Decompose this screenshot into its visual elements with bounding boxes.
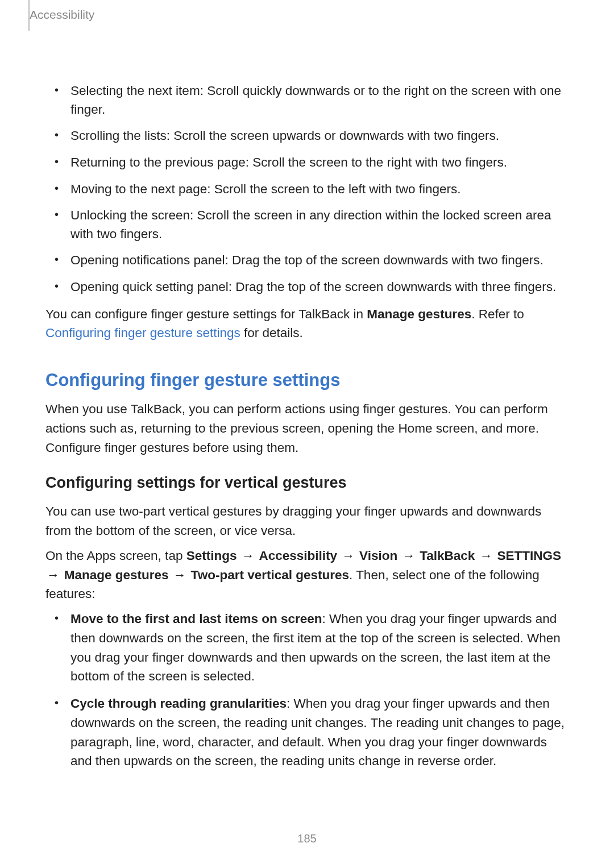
list-item: Returning to the previous page: Scroll t… <box>45 153 569 172</box>
text: . Refer to <box>471 307 524 321</box>
path-step: TalkBack <box>420 549 475 563</box>
section-description: When you use TalkBack, you can perform a… <box>45 400 569 457</box>
arrow-icon: → <box>172 568 188 582</box>
arrow-icon: → <box>479 549 494 563</box>
path-step: Settings <box>186 549 237 563</box>
arrow-icon: → <box>240 549 256 563</box>
list-item: Opening notifications panel: Drag the to… <box>45 251 569 270</box>
section-heading: Configuring finger gesture settings <box>45 370 569 391</box>
list-item: Scrolling the lists: Scroll the screen u… <box>45 127 569 146</box>
subsection-para: You can use two-part vertical gestures b… <box>45 502 569 541</box>
feature-term: Cycle through reading granularities <box>70 696 287 711</box>
text: On the Apps screen, tap <box>45 549 186 563</box>
list-item: Opening quick setting panel: Drag the to… <box>45 278 569 297</box>
feature-term: Move to the first and last items on scre… <box>70 612 322 626</box>
subsection-heading: Configuring settings for vertical gestur… <box>45 474 569 492</box>
navigation-path: On the Apps screen, tap Settings → Acces… <box>45 546 569 604</box>
path-step: Vision <box>359 549 397 563</box>
page-content: Selecting the next item: Scroll quickly … <box>0 61 614 801</box>
configure-note: You can configure finger gesture setting… <box>45 305 569 343</box>
text: for details. <box>240 326 303 340</box>
path-step: Accessibility <box>259 549 337 563</box>
list-item: Selecting the next item: Scroll quickly … <box>45 82 569 119</box>
arrow-icon: → <box>45 568 61 582</box>
header-section-label: Accessibility <box>30 8 94 22</box>
list-item: Cycle through reading granularities: Whe… <box>45 694 569 771</box>
feature-list: Move to the first and last items on scre… <box>45 609 569 771</box>
list-item: Unlocking the screen: Scroll the screen … <box>45 206 569 243</box>
path-step: Two-part vertical gestures <box>191 568 349 582</box>
cross-ref-link[interactable]: Configuring finger gesture settings <box>45 326 240 340</box>
text: You can configure finger gesture setting… <box>45 307 367 321</box>
arrow-icon: → <box>341 549 356 563</box>
path-step: SETTINGS <box>497 549 561 563</box>
path-step: Manage gestures <box>64 568 169 582</box>
arrow-icon: → <box>401 549 416 563</box>
bold-term: Manage gestures <box>367 307 471 321</box>
gesture-list: Selecting the next item: Scroll quickly … <box>45 82 569 297</box>
list-item: Move to the first and last items on scre… <box>45 609 569 686</box>
page-header: Accessibility <box>0 0 614 31</box>
page-number: 185 <box>0 832 614 845</box>
list-item: Moving to the next page: Scroll the scre… <box>45 180 569 199</box>
